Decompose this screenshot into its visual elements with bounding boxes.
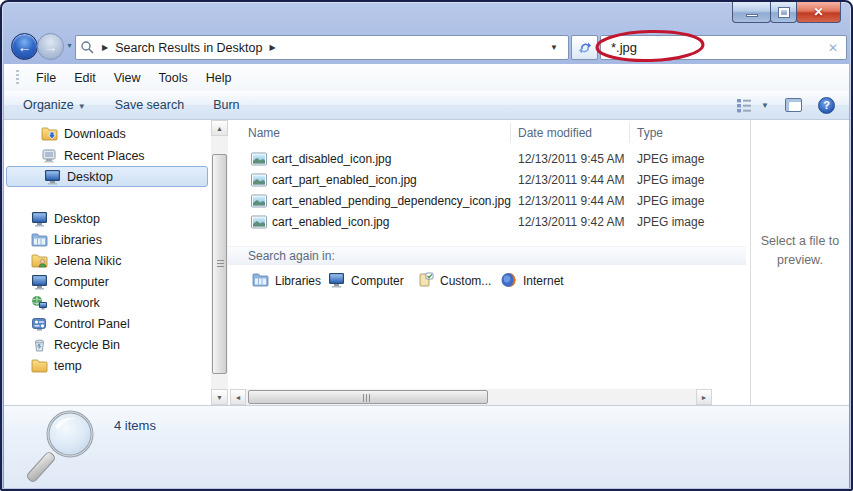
file-list: Name Date modified Type cart_disabled_ic… xyxy=(228,120,750,405)
scroll-down-button[interactable]: ▼ xyxy=(211,389,228,405)
column-header-type[interactable]: Type xyxy=(637,120,663,146)
scroll-left-button[interactable]: ◄ xyxy=(230,389,246,405)
forward-icon: → xyxy=(44,39,58,55)
back-button[interactable]: ← xyxy=(11,33,38,60)
sidebar-item-control-panel[interactable]: Control Panel xyxy=(4,313,209,334)
menu-bar: File Edit View Tools Help xyxy=(4,64,849,91)
menu-help[interactable]: Help xyxy=(197,67,241,89)
horizontal-scrollbar[interactable]: ◄ ► xyxy=(230,389,712,405)
organize-button[interactable]: Organize▼ xyxy=(13,94,96,116)
close-icon: ✕ xyxy=(813,5,823,19)
toolbar-right-group: ▼ ? xyxy=(736,91,835,119)
scroll-right-icon: ► xyxy=(701,394,708,401)
scroll-right-button[interactable]: ► xyxy=(696,389,712,405)
chevron-down-icon: ▼ xyxy=(78,102,86,111)
file-row[interactable]: cart_enabled_pending_dependency_icon.jpg… xyxy=(228,191,744,212)
vertical-scrollbar-thumb[interactable] xyxy=(212,154,227,374)
custom-location-icon xyxy=(417,272,434,291)
folder-icon xyxy=(31,358,48,374)
control-panel-icon xyxy=(31,316,48,332)
forward-button[interactable]: → xyxy=(37,33,64,60)
sidebar-item-recycle-bin[interactable]: Recycle Bin xyxy=(4,334,209,355)
sidebar-item-network[interactable]: Network xyxy=(4,292,209,313)
address-bar[interactable]: ▶ Search Results in Desktop ▶ ▼ xyxy=(75,35,569,60)
menu-view[interactable]: View xyxy=(105,67,150,89)
scroll-down-icon: ▼ xyxy=(216,394,223,401)
network-icon xyxy=(31,295,48,311)
chevron-down-icon: ▼ xyxy=(761,101,769,110)
scrollbar-grip xyxy=(217,260,224,268)
explorer-window: ✕ ← → ▼ ▶ Search Results in Desktop ▶ ▼ … xyxy=(0,0,853,491)
preview-pane-button[interactable] xyxy=(785,98,802,112)
sidebar-item-libraries[interactable]: Libraries xyxy=(4,229,209,250)
menu-tools[interactable]: Tools xyxy=(150,67,197,89)
preview-pane: Select a file to preview. xyxy=(751,120,849,405)
scroll-up-button[interactable]: ▲ xyxy=(211,120,228,136)
desktop-icon xyxy=(44,169,61,185)
libraries-icon xyxy=(31,232,48,248)
file-row[interactable]: cart_enabled_icon.jpg 12/13/2011 9:42 AM… xyxy=(228,212,744,233)
scrollbar-grip xyxy=(363,394,372,402)
column-divider[interactable] xyxy=(629,123,630,143)
preview-message: Select a file to preview. xyxy=(758,232,842,268)
menubar-grip[interactable] xyxy=(16,70,19,86)
sidebar-item-recent-places[interactable]: Recent Places xyxy=(4,145,209,166)
command-toolbar: Organize▼ Save search Burn ▼ ? xyxy=(4,91,849,120)
breadcrumb-location[interactable]: Search Results in Desktop xyxy=(115,41,262,55)
computer-icon xyxy=(328,272,345,291)
column-header-date-modified[interactable]: Date modified xyxy=(518,120,592,146)
libraries-icon xyxy=(252,272,269,291)
search-box[interactable]: ✕ xyxy=(600,35,847,60)
search-again-header: Search again in: xyxy=(228,246,746,265)
breadcrumb-arrow-icon[interactable]: ▶ xyxy=(269,43,275,52)
search-again-internet[interactable]: Internet xyxy=(500,270,564,292)
recycle-bin-icon xyxy=(31,337,48,353)
downloads-folder-icon xyxy=(41,126,58,142)
sidebar-item-downloads[interactable]: Downloads xyxy=(4,123,209,144)
search-again-libraries[interactable]: Libraries xyxy=(252,270,321,292)
sidebar-item-computer[interactable]: Computer xyxy=(4,271,209,292)
burn-button[interactable]: Burn xyxy=(203,94,249,116)
address-dropdown-icon[interactable]: ▼ xyxy=(544,43,564,52)
back-icon: ← xyxy=(18,39,32,55)
sidebar-item-user-jelena-nikic[interactable]: Jelena Nikic xyxy=(4,250,209,271)
column-header-name[interactable]: Name xyxy=(248,120,280,146)
sidebar-item-desktop[interactable]: Desktop xyxy=(4,208,209,229)
recent-pages-dropdown[interactable]: ▼ xyxy=(66,42,73,49)
save-search-button[interactable]: Save search xyxy=(105,94,194,116)
window-controls: ✕ xyxy=(732,2,841,23)
views-list-icon xyxy=(736,98,752,113)
menu-edit[interactable]: Edit xyxy=(65,67,105,89)
close-button[interactable]: ✕ xyxy=(796,2,841,23)
column-divider[interactable] xyxy=(510,123,511,143)
minimize-button[interactable] xyxy=(732,2,771,23)
jpeg-file-icon xyxy=(251,152,267,169)
search-again-custom[interactable]: Custom... xyxy=(417,270,491,292)
maximize-icon xyxy=(779,8,789,17)
jpeg-file-icon xyxy=(251,215,267,232)
horizontal-scrollbar-thumb[interactable] xyxy=(248,390,488,404)
user-folder-icon xyxy=(31,253,48,269)
maximize-button[interactable] xyxy=(770,2,797,23)
refresh-button[interactable] xyxy=(571,35,598,60)
search-input[interactable] xyxy=(611,40,801,55)
navigation-bar: ← → ▼ ▶ Search Results in Desktop ▶ ▼ ✕ xyxy=(2,30,851,64)
help-button[interactable]: ? xyxy=(818,97,835,114)
scroll-up-icon: ▲ xyxy=(216,125,223,132)
clear-search-icon[interactable]: ✕ xyxy=(828,41,846,55)
breadcrumb-arrow-icon[interactable]: ▶ xyxy=(102,43,108,52)
file-row[interactable]: cart_part_enabled_icon.jpg 12/13/2011 9:… xyxy=(228,170,744,191)
change-view-button[interactable]: ▼ xyxy=(736,98,769,113)
minimize-icon xyxy=(746,14,758,17)
menu-file[interactable]: File xyxy=(27,67,65,89)
vertical-scrollbar[interactable]: ▲ ▼ xyxy=(211,120,228,405)
search-again-computer[interactable]: Computer xyxy=(328,270,404,292)
search-magnifier-icon xyxy=(24,408,102,488)
help-icon: ? xyxy=(823,99,830,111)
sidebar-item-temp[interactable]: temp xyxy=(4,355,209,376)
sidebar-item-desktop-favorite[interactable]: Desktop xyxy=(6,166,208,187)
scroll-left-icon: ◄ xyxy=(235,394,242,401)
file-row[interactable]: cart_disabled_icon.jpg 12/13/2011 9:45 A… xyxy=(228,149,744,170)
recent-places-icon xyxy=(41,148,58,164)
title-bar: ✕ xyxy=(2,2,851,30)
